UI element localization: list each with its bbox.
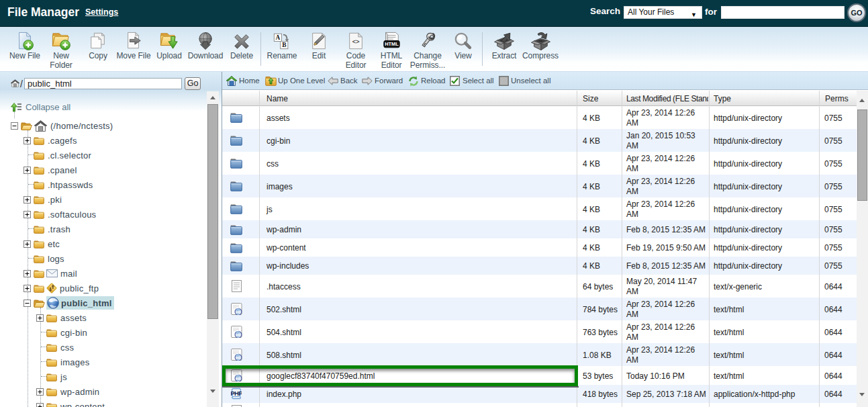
svg-text:B: B bbox=[282, 42, 286, 48]
svg-text:HTML: HTML bbox=[385, 41, 399, 47]
svg-text:A: A bbox=[276, 34, 281, 41]
svg-text:<>: <> bbox=[352, 38, 360, 45]
